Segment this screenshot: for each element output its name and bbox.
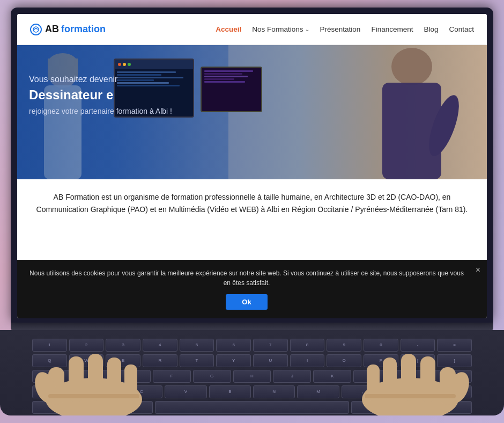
key-comma[interactable]: , <box>342 385 383 398</box>
key-r[interactable]: R <box>143 354 177 367</box>
key-p[interactable]: P <box>364 354 398 367</box>
cookie-ok-button[interactable]: Ok <box>226 294 267 310</box>
nav-contact[interactable]: Contact <box>449 25 474 33</box>
key-6[interactable]: 6 <box>216 339 251 352</box>
main-description: AB Formation est un organisme de formati… <box>33 191 471 216</box>
svg-point-5 <box>391 48 432 85</box>
key-period[interactable]: . <box>386 385 427 398</box>
key-row-asdf: A S D F G H J K L ; ' <box>32 370 472 383</box>
key-w[interactable]: W <box>69 354 104 367</box>
key-1[interactable]: 1 <box>32 339 67 352</box>
key-8[interactable]: 8 <box>290 339 325 352</box>
laptop-container: AB formation Accueil Nos Formations ⌄ Pr… <box>5 8 499 415</box>
key-c[interactable]: C <box>121 385 162 398</box>
key-n[interactable]: N <box>253 385 295 398</box>
hero-description: rejoignez votre partenaire formation à A… <box>29 107 172 115</box>
nav-links: Accueil Nos Formations ⌄ Présentation Fi… <box>216 25 474 33</box>
key-0[interactable]: 0 <box>364 339 398 352</box>
nav-header: AB formation Accueil Nos Formations ⌄ Pr… <box>17 14 487 45</box>
hero-section: Vous souhaitez devenir Dessinateur e rej… <box>17 45 487 179</box>
laptop-keyboard: 1 2 3 4 5 6 7 8 9 0 - = Q W E R T Y U <box>0 330 504 415</box>
nav-financement[interactable]: Financement <box>371 25 413 33</box>
logo-ab: AB <box>45 24 59 35</box>
key-row-numbers: 1 2 3 4 5 6 7 8 9 0 - = <box>32 339 472 352</box>
nav-blog[interactable]: Blog <box>424 25 438 33</box>
cookie-banner: × Nous utilisons des cookies pour vous g… <box>17 260 487 318</box>
key-row-zxcv: Z X C V B N M , . / <box>32 385 472 398</box>
key-bracket-open[interactable]: [ <box>401 354 435 367</box>
key-k[interactable]: K <box>313 370 351 383</box>
key-x[interactable]: X <box>76 385 118 398</box>
nav-presentation[interactable]: Présentation <box>320 25 361 33</box>
logo-area: AB formation <box>30 24 106 35</box>
laptop-hinge <box>11 323 493 330</box>
key-j[interactable]: J <box>273 370 311 383</box>
key-e[interactable]: E <box>106 354 140 367</box>
key-y[interactable]: Y <box>216 354 251 367</box>
cookie-close-button[interactable]: × <box>476 265 480 275</box>
key-3[interactable]: 3 <box>106 339 140 352</box>
key-semicolon[interactable]: ; <box>394 370 432 383</box>
key-alt[interactable]: alt <box>93 401 152 414</box>
laptop-screen: AB formation Accueil Nos Formations ⌄ Pr… <box>11 8 493 323</box>
key-7[interactable]: 7 <box>253 339 288 352</box>
key-g[interactable]: G <box>193 370 231 383</box>
key-alt-gr[interactable]: altGr <box>351 401 410 414</box>
key-a[interactable]: A <box>32 370 70 383</box>
key-s[interactable]: S <box>72 370 110 383</box>
logo-icon <box>30 24 42 35</box>
key-z[interactable]: Z <box>32 385 74 398</box>
hero-subtitle: Vous souhaitez devenir <box>29 75 172 84</box>
key-o[interactable]: O <box>327 354 361 367</box>
screen-inner: AB formation Accueil Nos Formations ⌄ Pr… <box>17 14 487 318</box>
key-5[interactable]: 5 <box>180 339 214 352</box>
key-b[interactable]: B <box>209 385 251 398</box>
logo-formation: formation <box>61 24 106 35</box>
chevron-down-icon: ⌄ <box>305 26 309 32</box>
hero-title: Dessinateur e <box>29 87 172 103</box>
svg-point-0 <box>33 27 39 32</box>
key-d[interactable]: D <box>113 370 151 383</box>
key-bracket-close[interactable]: ] <box>437 354 472 367</box>
nav-accueil[interactable]: Accueil <box>216 25 241 33</box>
key-f[interactable]: F <box>153 370 191 383</box>
website: AB formation Accueil Nos Formations ⌄ Pr… <box>17 14 487 318</box>
key-m[interactable]: M <box>297 385 339 398</box>
key-u[interactable]: U <box>253 354 288 367</box>
key-h[interactable]: H <box>233 370 271 383</box>
key-ctrl[interactable]: ctrl <box>32 401 91 414</box>
key-q[interactable]: Q <box>32 354 67 367</box>
key-v[interactable]: V <box>165 385 206 398</box>
key-slash[interactable]: / <box>430 385 472 398</box>
key-4[interactable]: 4 <box>143 339 177 352</box>
nav-formations[interactable]: Nos Formations ⌄ <box>252 25 309 33</box>
key-l[interactable]: L <box>353 370 391 383</box>
keyboard-rows: 1 2 3 4 5 6 7 8 9 0 - = Q W E R T Y U <box>32 339 472 414</box>
nav-formations-label: Nos Formations <box>252 25 303 33</box>
key-row-space: ctrl alt altGr ctrl <box>32 401 472 414</box>
hero-text: Vous souhaitez devenir Dessinateur e rej… <box>29 75 172 115</box>
key-apostrophe[interactable]: ' <box>434 370 472 383</box>
key-9[interactable]: 9 <box>327 339 361 352</box>
key-t[interactable]: T <box>180 354 214 367</box>
cookie-text: Nous utilisons des cookies pour vous gar… <box>26 268 468 288</box>
key-row-qwerty: Q W E R T Y U I O P [ ] <box>32 354 472 367</box>
key-space[interactable] <box>155 401 350 414</box>
key-equals[interactable]: = <box>437 339 472 352</box>
main-content: AB Formation est un organisme de formati… <box>17 179 487 228</box>
key-ctrl-right[interactable]: ctrl <box>413 401 472 414</box>
key-2[interactable]: 2 <box>69 339 104 352</box>
key-i[interactable]: I <box>290 354 325 367</box>
key-minus[interactable]: - <box>401 339 435 352</box>
